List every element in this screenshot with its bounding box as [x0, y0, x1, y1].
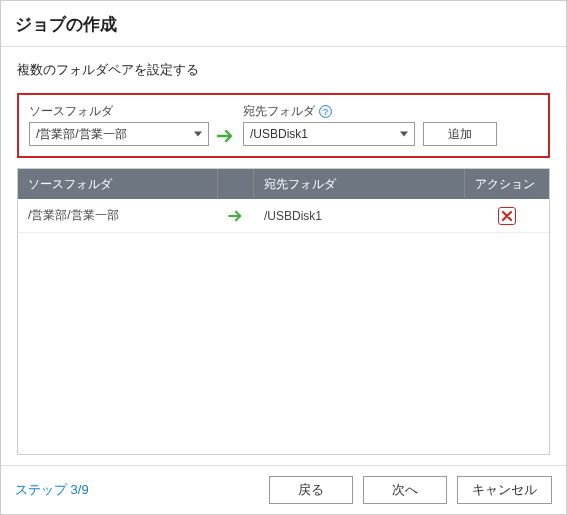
chevron-down-icon — [400, 132, 408, 137]
th-source: ソースフォルダ — [18, 169, 218, 199]
dialog-title: ジョブの作成 — [15, 13, 552, 36]
dest-folder-value: /USBDisk1 — [250, 127, 308, 141]
delete-row-button[interactable] — [498, 207, 516, 225]
dest-folder-label-row: 宛先フォルダ ? — [243, 103, 415, 120]
dest-folder-field: 宛先フォルダ ? /USBDisk1 — [243, 103, 415, 146]
source-folder-select[interactable]: /営業部/営業一部 — [29, 122, 209, 146]
help-icon[interactable]: ? — [319, 105, 332, 118]
cell-dest: /USBDisk1 — [254, 209, 465, 223]
cell-arrow — [218, 210, 254, 222]
cancel-button[interactable]: キャンセル — [457, 476, 552, 504]
titlebar: ジョブの作成 — [1, 1, 566, 47]
th-arrow — [218, 169, 254, 199]
source-folder-label: ソースフォルダ — [29, 103, 209, 120]
chevron-down-icon — [194, 132, 202, 137]
footer-bar: ステップ 3/9 戻る 次へ キャンセル — [1, 465, 566, 514]
th-dest: 宛先フォルダ — [254, 169, 465, 199]
cell-source: /営業部/営業一部 — [18, 207, 218, 224]
close-icon — [502, 211, 512, 221]
back-button[interactable]: 戻る — [269, 476, 353, 504]
folder-pair-table: ソースフォルダ 宛先フォルダ アクション /営業部/営業一部 /USBDisk1 — [17, 168, 550, 455]
source-folder-field: ソースフォルダ /営業部/営業一部 — [29, 103, 209, 146]
dialog-create-job: ジョブの作成 複数のフォルダペアを設定する ソースフォルダ /営業部/営業一部 — [0, 0, 567, 515]
table-body: /営業部/営業一部 /USBDisk1 — [18, 199, 549, 454]
cell-action — [465, 207, 549, 225]
folder-pair-row: ソースフォルダ /営業部/営業一部 宛先フォルダ ? — [29, 103, 538, 146]
dest-folder-label: 宛先フォルダ — [243, 103, 315, 120]
dest-folder-select[interactable]: /USBDisk1 — [243, 122, 415, 146]
table-row: /営業部/営業一部 /USBDisk1 — [18, 199, 549, 233]
step-indicator: ステップ 3/9 — [15, 481, 89, 499]
section-subtitle: 複数のフォルダペアを設定する — [17, 61, 550, 79]
next-button[interactable]: 次へ — [363, 476, 447, 504]
th-action: アクション — [465, 169, 549, 199]
add-button[interactable]: 追加 — [423, 122, 497, 146]
content-area: 複数のフォルダペアを設定する ソースフォルダ /営業部/営業一部 — [1, 47, 566, 465]
source-folder-value: /営業部/営業一部 — [36, 126, 127, 143]
pair-arrow-icon — [217, 129, 235, 146]
folder-pair-editor: ソースフォルダ /営業部/営業一部 宛先フォルダ ? — [17, 93, 550, 158]
table-header: ソースフォルダ 宛先フォルダ アクション — [18, 169, 549, 199]
